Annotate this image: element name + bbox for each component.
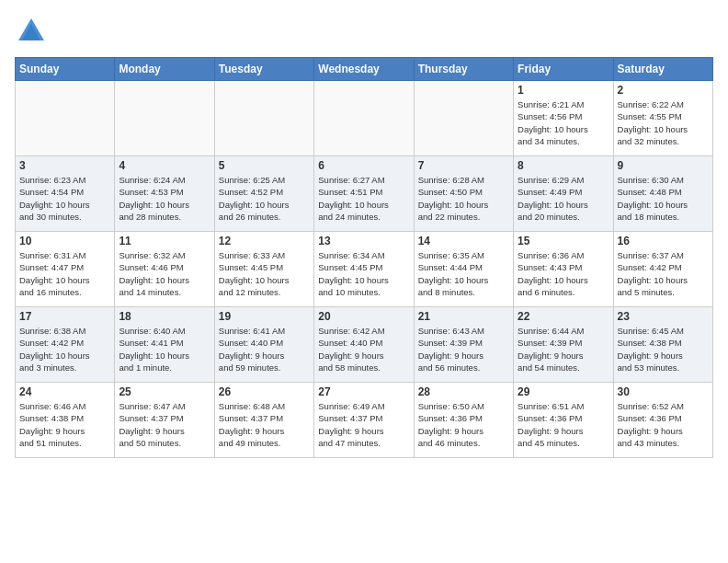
day-number: 20 bbox=[318, 310, 409, 323]
day-info: Sunrise: 6:22 AMSunset: 4:55 PMDaylight:… bbox=[618, 98, 709, 147]
day-number: 29 bbox=[518, 385, 609, 398]
calendar-cell: 23Sunrise: 6:45 AMSunset: 4:38 PMDayligh… bbox=[613, 307, 712, 383]
logo bbox=[15, 15, 51, 48]
day-info: Sunrise: 6:52 AMSunset: 4:36 PMDaylight:… bbox=[618, 400, 709, 449]
page-header bbox=[15, 15, 713, 48]
column-header-saturday: Saturday bbox=[613, 58, 712, 81]
calendar-cell bbox=[314, 81, 414, 156]
logo-icon bbox=[15, 15, 48, 48]
day-number: 6 bbox=[318, 159, 409, 172]
day-number: 7 bbox=[418, 159, 509, 172]
calendar-cell: 16Sunrise: 6:37 AMSunset: 4:42 PMDayligh… bbox=[613, 232, 712, 307]
calendar-cell: 30Sunrise: 6:52 AMSunset: 4:36 PMDayligh… bbox=[613, 383, 712, 458]
calendar-cell bbox=[115, 81, 214, 156]
day-info: Sunrise: 6:50 AMSunset: 4:36 PMDaylight:… bbox=[418, 400, 509, 449]
day-number: 19 bbox=[219, 310, 310, 323]
day-number: 24 bbox=[19, 385, 110, 398]
day-number: 2 bbox=[618, 84, 709, 97]
day-number: 13 bbox=[318, 235, 409, 247]
calendar-cell: 3Sunrise: 6:23 AMSunset: 4:54 PMDaylight… bbox=[16, 156, 115, 232]
calendar-cell: 14Sunrise: 6:35 AMSunset: 4:44 PMDayligh… bbox=[414, 232, 513, 307]
day-info: Sunrise: 6:43 AMSunset: 4:39 PMDaylight:… bbox=[418, 325, 509, 373]
day-number: 16 bbox=[618, 235, 709, 247]
calendar-cell: 26Sunrise: 6:48 AMSunset: 4:37 PMDayligh… bbox=[214, 383, 313, 458]
calendar-cell: 18Sunrise: 6:40 AMSunset: 4:41 PMDayligh… bbox=[115, 307, 214, 383]
day-number: 28 bbox=[418, 385, 509, 398]
calendar-cell: 17Sunrise: 6:38 AMSunset: 4:42 PMDayligh… bbox=[16, 307, 115, 383]
column-header-sunday: Sunday bbox=[16, 58, 115, 81]
calendar-cell: 15Sunrise: 6:36 AMSunset: 4:43 PMDayligh… bbox=[514, 232, 613, 307]
day-number: 30 bbox=[618, 385, 709, 398]
day-number: 22 bbox=[518, 310, 609, 323]
day-number: 8 bbox=[518, 159, 609, 172]
day-info: Sunrise: 6:23 AMSunset: 4:54 PMDaylight:… bbox=[19, 174, 110, 223]
calendar-cell bbox=[214, 81, 313, 156]
day-number: 3 bbox=[19, 159, 110, 172]
day-number: 4 bbox=[119, 159, 210, 172]
day-number: 1 bbox=[518, 84, 609, 97]
day-number: 23 bbox=[618, 310, 709, 323]
calendar-table: SundayMondayTuesdayWednesdayThursdayFrid… bbox=[15, 57, 713, 458]
calendar-cell: 7Sunrise: 6:28 AMSunset: 4:50 PMDaylight… bbox=[414, 156, 513, 232]
day-number: 18 bbox=[119, 310, 210, 323]
calendar-cell: 19Sunrise: 6:41 AMSunset: 4:40 PMDayligh… bbox=[214, 307, 313, 383]
day-number: 25 bbox=[119, 385, 210, 398]
day-info: Sunrise: 6:29 AMSunset: 4:49 PMDaylight:… bbox=[518, 174, 609, 223]
day-info: Sunrise: 6:48 AMSunset: 4:37 PMDaylight:… bbox=[219, 400, 310, 449]
day-number: 26 bbox=[219, 385, 310, 398]
day-info: Sunrise: 6:35 AMSunset: 4:44 PMDaylight:… bbox=[418, 249, 509, 298]
day-info: Sunrise: 6:42 AMSunset: 4:40 PMDaylight:… bbox=[318, 325, 409, 373]
calendar-cell: 5Sunrise: 6:25 AMSunset: 4:52 PMDaylight… bbox=[214, 156, 313, 232]
calendar-cell: 11Sunrise: 6:32 AMSunset: 4:46 PMDayligh… bbox=[115, 232, 214, 307]
day-info: Sunrise: 6:21 AMSunset: 4:56 PMDaylight:… bbox=[518, 98, 609, 147]
day-number: 12 bbox=[219, 235, 310, 247]
calendar-week-row: 10Sunrise: 6:31 AMSunset: 4:47 PMDayligh… bbox=[16, 232, 713, 307]
calendar-cell: 2Sunrise: 6:22 AMSunset: 4:55 PMDaylight… bbox=[613, 81, 712, 156]
calendar-cell: 20Sunrise: 6:42 AMSunset: 4:40 PMDayligh… bbox=[314, 307, 414, 383]
calendar-cell: 1Sunrise: 6:21 AMSunset: 4:56 PMDaylight… bbox=[514, 81, 613, 156]
calendar-cell: 28Sunrise: 6:50 AMSunset: 4:36 PMDayligh… bbox=[414, 383, 513, 458]
calendar-cell: 10Sunrise: 6:31 AMSunset: 4:47 PMDayligh… bbox=[16, 232, 115, 307]
day-number: 27 bbox=[318, 385, 409, 398]
day-number: 15 bbox=[518, 235, 609, 247]
day-info: Sunrise: 6:28 AMSunset: 4:50 PMDaylight:… bbox=[418, 174, 509, 223]
calendar-cell: 24Sunrise: 6:46 AMSunset: 4:38 PMDayligh… bbox=[16, 383, 115, 458]
calendar-cell: 9Sunrise: 6:30 AMSunset: 4:48 PMDaylight… bbox=[613, 156, 712, 232]
day-info: Sunrise: 6:34 AMSunset: 4:45 PMDaylight:… bbox=[318, 249, 409, 298]
day-info: Sunrise: 6:38 AMSunset: 4:42 PMDaylight:… bbox=[19, 325, 110, 373]
column-header-tuesday: Tuesday bbox=[214, 58, 313, 81]
day-info: Sunrise: 6:40 AMSunset: 4:41 PMDaylight:… bbox=[119, 325, 210, 373]
day-info: Sunrise: 6:37 AMSunset: 4:42 PMDaylight:… bbox=[618, 249, 709, 298]
page-container: SundayMondayTuesdayWednesdayThursdayFrid… bbox=[0, 0, 728, 467]
calendar-cell: 4Sunrise: 6:24 AMSunset: 4:53 PMDaylight… bbox=[115, 156, 214, 232]
calendar-cell: 12Sunrise: 6:33 AMSunset: 4:45 PMDayligh… bbox=[214, 232, 313, 307]
calendar-cell: 13Sunrise: 6:34 AMSunset: 4:45 PMDayligh… bbox=[314, 232, 414, 307]
calendar-cell: 8Sunrise: 6:29 AMSunset: 4:49 PMDaylight… bbox=[514, 156, 613, 232]
day-info: Sunrise: 6:47 AMSunset: 4:37 PMDaylight:… bbox=[119, 400, 210, 449]
calendar-week-row: 24Sunrise: 6:46 AMSunset: 4:38 PMDayligh… bbox=[16, 383, 713, 458]
calendar-cell bbox=[16, 81, 115, 156]
day-number: 5 bbox=[219, 159, 310, 172]
day-info: Sunrise: 6:24 AMSunset: 4:53 PMDaylight:… bbox=[119, 174, 210, 223]
day-number: 9 bbox=[618, 159, 709, 172]
day-number: 17 bbox=[19, 310, 110, 323]
day-info: Sunrise: 6:32 AMSunset: 4:46 PMDaylight:… bbox=[119, 249, 210, 298]
day-info: Sunrise: 6:30 AMSunset: 4:48 PMDaylight:… bbox=[618, 174, 709, 223]
day-info: Sunrise: 6:46 AMSunset: 4:38 PMDaylight:… bbox=[19, 400, 110, 449]
day-info: Sunrise: 6:51 AMSunset: 4:36 PMDaylight:… bbox=[518, 400, 609, 449]
day-info: Sunrise: 6:49 AMSunset: 4:37 PMDaylight:… bbox=[318, 400, 409, 449]
column-header-friday: Friday bbox=[514, 58, 613, 81]
calendar-cell: 6Sunrise: 6:27 AMSunset: 4:51 PMDaylight… bbox=[314, 156, 414, 232]
calendar-cell bbox=[414, 81, 513, 156]
day-number: 11 bbox=[119, 235, 210, 247]
calendar-week-row: 17Sunrise: 6:38 AMSunset: 4:42 PMDayligh… bbox=[16, 307, 713, 383]
calendar-header-row: SundayMondayTuesdayWednesdayThursdayFrid… bbox=[16, 58, 713, 81]
column-header-thursday: Thursday bbox=[414, 58, 513, 81]
column-header-monday: Monday bbox=[115, 58, 214, 81]
day-number: 10 bbox=[19, 235, 110, 247]
day-info: Sunrise: 6:33 AMSunset: 4:45 PMDaylight:… bbox=[219, 249, 310, 298]
column-header-wednesday: Wednesday bbox=[314, 58, 414, 81]
calendar-cell: 21Sunrise: 6:43 AMSunset: 4:39 PMDayligh… bbox=[414, 307, 513, 383]
day-info: Sunrise: 6:27 AMSunset: 4:51 PMDaylight:… bbox=[318, 174, 409, 223]
day-info: Sunrise: 6:31 AMSunset: 4:47 PMDaylight:… bbox=[19, 249, 110, 298]
